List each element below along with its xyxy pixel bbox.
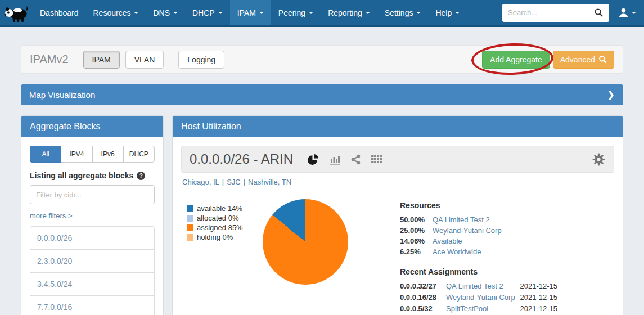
- tab-ipam[interactable]: IPAM: [83, 51, 120, 69]
- resource-percent: 50.00%: [400, 215, 433, 224]
- tab-logging[interactable]: Logging: [178, 51, 224, 69]
- pie-chart: [263, 199, 348, 285]
- resource-row: 50.00%QA Limited Test 2: [400, 215, 557, 224]
- separator: |: [219, 178, 227, 186]
- listing-label-text: Listing all aggregate blocks: [30, 171, 133, 180]
- caret-down-icon: [309, 12, 313, 14]
- nav-label: Peering: [278, 8, 305, 17]
- map-visualization-label: Map Visualization: [29, 90, 95, 100]
- nav-label: Dashboard: [40, 8, 79, 17]
- assignment-link[interactable]: Weyland-Yutani Corp: [446, 293, 520, 302]
- nav-item-resources[interactable]: Resources: [86, 0, 146, 25]
- map-visualization-bar[interactable]: Map Visualization ❯: [21, 84, 623, 105]
- assignment-date: 2021-12-15: [520, 282, 558, 291]
- list-item[interactable]: 7.7.0.0/16: [30, 296, 154, 315]
- legend-item: holding 0%: [187, 232, 263, 242]
- resources-heading: Resources: [400, 201, 557, 210]
- nav-label: DNS: [153, 8, 170, 17]
- filter-tab-all[interactable]: All: [30, 146, 61, 163]
- nav-item-peering[interactable]: Peering: [271, 0, 321, 25]
- nav-item-reporting[interactable]: Reporting: [321, 0, 377, 25]
- user-icon: [618, 7, 629, 18]
- resource-percent: 25.00%: [400, 226, 433, 235]
- pie-view-icon[interactable]: [307, 154, 319, 165]
- filter-tab-ipv6[interactable]: IPv6: [92, 146, 124, 163]
- nav-label: Help: [435, 8, 452, 17]
- gear-icon[interactable]: [592, 152, 606, 166]
- nav-label: DHCP: [192, 8, 215, 17]
- assignment-row: 0.0.0.16/28Weyland-Yutani Corp2021-12-15: [400, 293, 557, 302]
- list-item[interactable]: 0.0.0.0/26: [30, 227, 154, 250]
- resource-percent: 6.25%: [400, 248, 433, 256]
- panda-logo[interactable]: [0, 0, 33, 25]
- assignment-cidr: 0.0.0.16/28: [400, 293, 446, 302]
- nav-item-dhcp[interactable]: DHCP: [185, 0, 230, 25]
- add-aggregate-button[interactable]: Add Aggregate: [482, 51, 550, 69]
- location-link[interactable]: Nashville, TN: [248, 178, 291, 186]
- search-input[interactable]: [502, 4, 588, 22]
- assignment-link[interactable]: QA Limited Test 2: [446, 282, 520, 291]
- assignment-row: 0.0.0.5/32SplitTestPool2021-12-15: [400, 304, 557, 313]
- resource-row: 25.00%Weyland-Yutani Corp: [400, 226, 557, 235]
- cidr-filter-input[interactable]: [30, 185, 155, 204]
- legend-label: available 14%: [197, 204, 242, 213]
- search-button[interactable]: [588, 4, 609, 22]
- aggregate-block-list: 0.0.0.0/26 2.3.0.0/20 3.4.5.0/24 7.7.0.0…: [30, 226, 155, 315]
- list-item[interactable]: 2.3.0.0/20: [30, 250, 154, 273]
- toolbar-actions: Add Aggregate Advanced: [482, 51, 614, 69]
- share-icon[interactable]: [350, 154, 361, 165]
- nav-label: Settings: [385, 8, 413, 17]
- tab-vlan[interactable]: VLAN: [125, 51, 164, 69]
- global-search: [502, 4, 609, 22]
- legend-item: allocated 0%: [187, 213, 263, 223]
- more-filters-link[interactable]: more filters >: [30, 212, 73, 220]
- legend-swatch: [187, 205, 193, 212]
- navbar-right: [502, 0, 644, 25]
- advanced-search-button[interactable]: Advanced: [553, 51, 614, 69]
- nav-item-settings[interactable]: Settings: [377, 0, 429, 25]
- filter-tab-ipv4[interactable]: IPV4: [61, 146, 92, 163]
- nav-item-dns[interactable]: DNS: [146, 0, 185, 25]
- page-title: IPAMv2: [30, 53, 69, 66]
- block-title: 0.0.0.0/26 - ARIN: [190, 151, 293, 167]
- legend-swatch: [187, 224, 193, 231]
- location-link[interactable]: Chicago, IL: [182, 178, 219, 186]
- host-utilization-panel: Host Utilization 0.0.0.0/26 - ARIN: [172, 115, 623, 315]
- resource-link[interactable]: Weyland-Yutani Corp: [433, 226, 502, 235]
- resource-row: 14.06%Available: [400, 237, 557, 246]
- nav-item-ipam[interactable]: IPAM: [230, 0, 271, 25]
- resource-link[interactable]: Available: [433, 237, 462, 246]
- assignment-date: 2021-12-15: [520, 293, 558, 302]
- bar-chart-view-icon[interactable]: [328, 154, 341, 165]
- advanced-label: Advanced: [560, 55, 595, 64]
- utilization-chart-row: available 14% allocated 0% assigned 85% …: [181, 199, 614, 315]
- nav-item-help[interactable]: Help: [428, 0, 467, 25]
- aggregate-blocks-header: Aggregate Blocks: [21, 116, 163, 137]
- location-link[interactable]: SJC: [227, 178, 241, 186]
- recent-assignments-heading: Recent Assignments: [400, 267, 557, 276]
- resource-percent: 14.06%: [400, 237, 433, 246]
- search-icon: [598, 55, 607, 64]
- assignment-date: 2021-12-15: [520, 304, 558, 313]
- resource-link[interactable]: QA Limited Test 2: [433, 215, 490, 224]
- search-icon: [594, 8, 604, 17]
- legend-swatch: [187, 234, 193, 241]
- grid-view-icon[interactable]: [371, 155, 382, 164]
- list-item[interactable]: 3.4.5.0/24: [30, 273, 154, 296]
- caret-down-icon: [259, 12, 264, 14]
- nav-item-dashboard[interactable]: Dashboard: [33, 0, 86, 25]
- assignment-link[interactable]: SplitTestPool: [446, 304, 520, 313]
- aggregate-blocks-panel: Aggregate Blocks All IPV4 IPv6 DHCP List…: [21, 115, 164, 315]
- nav-label: Resources: [93, 8, 131, 17]
- question-circle-icon[interactable]: ?: [137, 172, 145, 180]
- host-utilization-header: Host Utilization: [173, 116, 623, 137]
- resource-link[interactable]: Ace Worldwide: [433, 248, 481, 256]
- host-utilization-body: 0.0.0.0/26 - ARIN: [173, 137, 623, 315]
- assignment-cidr: 0.0.0.32/27: [400, 282, 446, 291]
- caret-down-icon: [632, 12, 636, 14]
- legend-label: holding 0%: [197, 232, 233, 242]
- caret-down-icon: [134, 12, 138, 14]
- user-menu[interactable]: [618, 7, 636, 18]
- filter-tab-dhcp[interactable]: DHCP: [123, 146, 155, 163]
- info-column: Resources 50.00%QA Limited Test 2 25.00%…: [400, 199, 557, 315]
